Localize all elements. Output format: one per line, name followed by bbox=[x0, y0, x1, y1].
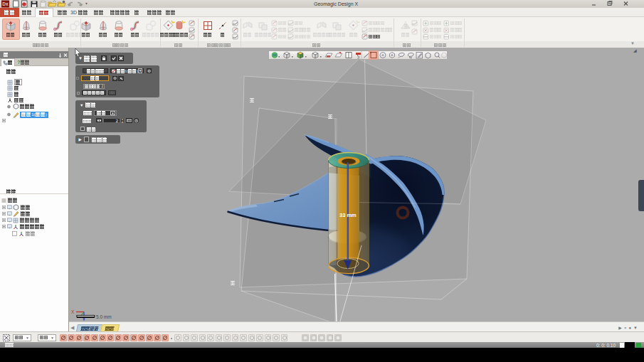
svg-text:33 mm: 33 mm bbox=[339, 212, 357, 218]
svg-text:X: X bbox=[71, 309, 75, 314]
svg-text:5.0 mm: 5.0 mm bbox=[96, 314, 112, 319]
svg-text:Dx: Dx bbox=[2, 1, 9, 6]
